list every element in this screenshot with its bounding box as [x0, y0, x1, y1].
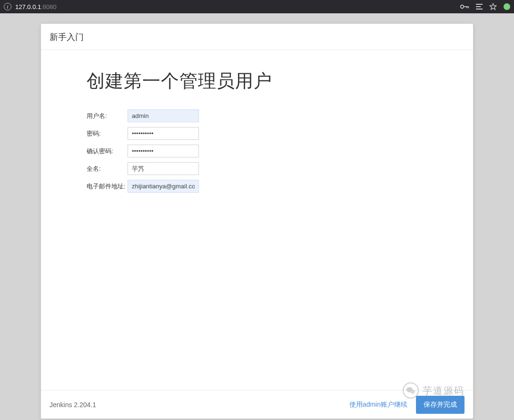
confirm-password-label: 确认密码:: [87, 147, 128, 156]
page-title: 创建第一个管理员用户: [87, 69, 473, 93]
reader-icon[interactable]: [476, 3, 483, 10]
form-row-email: 电子邮件地址:: [87, 180, 473, 193]
svg-rect-5: [476, 6, 481, 7]
star-icon[interactable]: [489, 3, 497, 10]
svg-rect-4: [476, 4, 483, 5]
email-input[interactable]: [128, 180, 199, 193]
password-label: 密码:: [87, 129, 128, 138]
skip-admin-button[interactable]: 使用admin账户继续: [349, 400, 407, 409]
svg-marker-7: [490, 3, 496, 10]
save-finish-button[interactable]: 保存并完成: [416, 396, 465, 414]
fullname-input[interactable]: [128, 162, 199, 175]
browser-address-bar: i 127.0.0.1:8080: [0, 0, 514, 13]
email-label: 电子邮件地址:: [87, 182, 128, 191]
key-icon[interactable]: [460, 4, 469, 10]
form-row-username: 用户名:: [87, 109, 473, 122]
svg-rect-6: [476, 9, 483, 10]
username-label: 用户名:: [87, 112, 128, 120]
url-host: 127.0.0.1: [15, 3, 41, 10]
version-text: Jenkins 2.204.1: [49, 401, 349, 409]
browser-toolbar-right: [460, 3, 510, 10]
setup-wizard-modal: 新手入门 创建第一个管理员用户 用户名: 密码: 确认密码: 全名: 电子邮件: [41, 24, 473, 419]
modal-body: 创建第一个管理员用户 用户名: 密码: 确认密码: 全名: 电子邮件地址:: [41, 50, 473, 390]
modal-title: 新手入门: [49, 32, 84, 42]
form-row-fullname: 全名:: [87, 162, 473, 175]
username-input[interactable]: [128, 109, 199, 122]
fullname-label: 全名:: [87, 165, 128, 173]
modal-footer: Jenkins 2.204.1 使用admin账户继续 保存并完成: [41, 390, 473, 419]
confirm-password-input[interactable]: [128, 145, 199, 157]
modal-header: 新手入门: [41, 24, 473, 50]
password-input[interactable]: [128, 127, 199, 140]
info-icon: i: [4, 3, 11, 10]
profile-indicator[interactable]: [504, 3, 510, 10]
form-row-password: 密码:: [87, 127, 473, 140]
page-background: 新手入门 创建第一个管理员用户 用户名: 密码: 确认密码: 全名: 电子邮件: [0, 13, 514, 420]
url-port: :8080: [41, 3, 57, 10]
form-row-confirm-password: 确认密码:: [87, 145, 473, 157]
url-text: 127.0.0.1:8080: [15, 3, 57, 10]
svg-point-0: [461, 5, 464, 9]
